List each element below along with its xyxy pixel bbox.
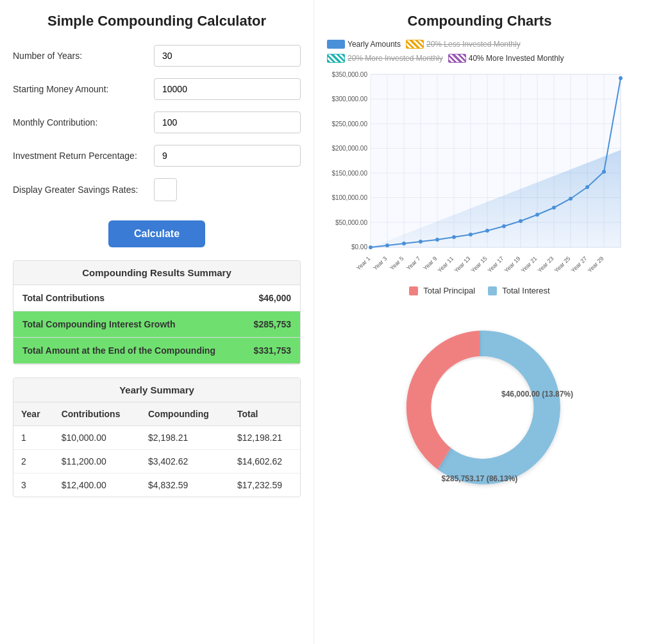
svg-text:$200,000.00: $200,000.00 [331, 145, 367, 152]
svg-text:Year 17: Year 17 [487, 255, 505, 273]
total-interest-label: Total Compounding Interest Growth [13, 311, 242, 337]
svg-text:$350,000.00: $350,000.00 [331, 71, 367, 78]
yearly-table: Year Contributions Compounding Total 1 $… [13, 402, 300, 497]
svg-text:$0.00: $0.00 [351, 244, 367, 251]
svg-point-39 [452, 235, 456, 239]
svg-point-45 [552, 206, 556, 210]
total-contributions-row: Total Contributions $46,000 [13, 285, 300, 311]
chart-legend-2: 20% More Invested Monthly 40% More Inves… [327, 54, 632, 63]
donut-legend: Total Principal Total Interest [327, 286, 632, 295]
svg-point-38 [435, 238, 439, 242]
total-amount-label: Total Amount at the End of the Compoundi… [13, 338, 242, 363]
years-input[interactable] [154, 45, 301, 67]
svg-text:$46,000.00 (13.87%): $46,000.00 (13.87%) [501, 390, 573, 399]
donut-chart-section: Total Principal Total Interest [327, 286, 632, 515]
svg-text:$285,753.17 (86.13%): $285,753.17 (86.13%) [442, 474, 518, 483]
svg-text:Year 5: Year 5 [389, 255, 405, 271]
svg-point-65 [431, 359, 528, 456]
cell-contributions: $11,200.00 [54, 450, 140, 474]
table-row: 1 $10,000.00 $2,198.21 $12,198.21 [13, 426, 300, 450]
svg-text:Year 29: Year 29 [587, 255, 605, 273]
legend-more20: 20% More Invested Monthly [327, 54, 443, 63]
cell-total: $12,198.21 [230, 426, 300, 450]
legend-more40-label: 40% More Invested Monthly [469, 54, 564, 63]
svg-text:Year 11: Year 11 [437, 255, 455, 273]
svg-point-35 [385, 244, 389, 247]
results-summary: Compounding Results Summary Total Contri… [13, 260, 301, 365]
line-chart: $350,000.00 $300,000.00 $250,000.00 $200… [327, 68, 632, 273]
cell-contributions: $12,400.00 [54, 474, 140, 497]
svg-point-34 [369, 245, 373, 249]
donut-legend-principal: Total Principal [409, 286, 475, 295]
page-title: Simple Compounding Calculator [13, 13, 301, 29]
total-contributions-value: $46,000 [242, 285, 300, 311]
chart-title: Compounding Charts [327, 13, 632, 29]
svg-text:Year 3: Year 3 [372, 255, 388, 271]
display-savings-label: Display Greater Savings Rates: [13, 185, 154, 195]
legend-more20-box [327, 54, 345, 63]
svg-text:Year 23: Year 23 [537, 255, 555, 273]
yearly-header: Yearly Summary [13, 378, 300, 402]
legend-less: 20% Less Invested Monthly [406, 40, 521, 49]
legend-less-label: 20% Less Invested Monthly [426, 40, 521, 49]
cell-total: $14,602.62 [230, 450, 300, 474]
monthly-contribution-label: Monthly Contribution: [13, 117, 154, 128]
svg-text:$250,000.00: $250,000.00 [331, 120, 367, 128]
cell-compounding: $4,832.59 [140, 474, 230, 497]
svg-text:Year 21: Year 21 [520, 255, 539, 273]
total-interest-value: $285,753 [242, 311, 300, 337]
svg-point-43 [519, 219, 523, 223]
cell-year: 1 [13, 426, 54, 450]
monthly-contribution-input[interactable] [154, 111, 301, 133]
svg-point-36 [402, 242, 406, 245]
starting-money-label: Starting Money Amount: [13, 84, 154, 94]
svg-point-48 [602, 170, 606, 174]
total-interest-row: Total Compounding Interest Growth $285,7… [13, 311, 300, 338]
yearly-summary: Yearly Summary Year Contributions Compou… [13, 377, 301, 497]
legend-yearly: Yearly Amounts [327, 40, 401, 49]
svg-point-40 [469, 233, 473, 236]
svg-point-44 [535, 213, 539, 217]
svg-text:Year 7: Year 7 [405, 255, 421, 271]
svg-text:$300,000.00: $300,000.00 [331, 95, 367, 103]
svg-point-46 [569, 197, 573, 201]
cell-compounding: $2,198.21 [140, 426, 230, 450]
donut-legend-interest: Total Interest [488, 286, 549, 295]
total-contributions-label: Total Contributions [13, 285, 242, 311]
cell-contributions: $10,000.00 [54, 426, 140, 450]
svg-text:Year 1: Year 1 [355, 255, 371, 271]
legend-yearly-label: Yearly Amounts [348, 40, 401, 49]
investment-return-input[interactable] [154, 145, 301, 167]
table-row: 3 $12,400.00 $4,832.59 $17,232.59 [13, 474, 300, 497]
donut-chart-svg: $46,000.00 (13.87%) $285,753.17 (86.13%) [327, 302, 632, 513]
principal-legend-label: Total Principal [423, 286, 475, 295]
svg-point-37 [419, 240, 423, 244]
legend-more40-box [448, 54, 466, 63]
svg-text:$100,000.00: $100,000.00 [331, 194, 367, 201]
legend-less-box [406, 40, 424, 49]
legend-more20-label: 20% More Invested Monthly [348, 54, 443, 63]
cell-compounding: $3,402.62 [140, 450, 230, 474]
cell-year: 3 [13, 474, 54, 497]
col-contributions: Contributions [54, 402, 140, 426]
calculate-button[interactable]: Calculate [108, 220, 205, 247]
svg-text:Year 13: Year 13 [453, 255, 472, 273]
results-header: Compounding Results Summary [13, 261, 300, 285]
interest-dot [488, 286, 497, 295]
line-chart-svg: $350,000.00 $300,000.00 $250,000.00 $200… [327, 68, 632, 273]
total-amount-row: Total Amount at the End of the Compoundi… [13, 338, 300, 364]
svg-point-47 [585, 185, 589, 189]
table-row: 2 $11,200.00 $3,402.62 $14,602.62 [13, 450, 300, 474]
starting-money-input[interactable] [154, 78, 301, 100]
cell-year: 2 [13, 450, 54, 474]
investment-return-label: Investment Return Percentage: [13, 151, 154, 161]
col-total: Total [230, 402, 300, 426]
legend-more40: 40% More Invested Monthly [448, 54, 564, 63]
svg-text:Year 19: Year 19 [503, 255, 522, 273]
principal-dot [409, 286, 418, 295]
col-year: Year [13, 402, 54, 426]
svg-point-49 [619, 76, 623, 80]
display-savings-checkbox[interactable] [154, 178, 177, 201]
svg-text:Year 27: Year 27 [570, 255, 589, 273]
cell-total: $17,232.59 [230, 474, 300, 497]
